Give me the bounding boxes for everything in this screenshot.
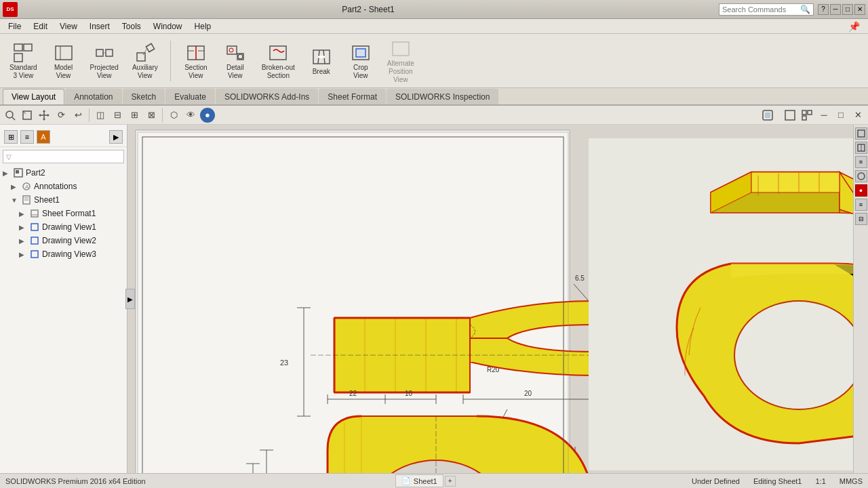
svg-rect-42 — [31, 237, 38, 244]
search-box[interactable]: 🔍 — [719, 3, 814, 16]
hide-show-icon[interactable]: 👁 — [183, 108, 198, 123]
broken-out-section-button[interactable]: Broken-outSection — [258, 39, 299, 83]
previous-view-icon[interactable]: ↩ — [71, 108, 85, 123]
menu-insert[interactable]: Insert — [84, 20, 115, 33]
rotate-icon[interactable]: ⟳ — [54, 108, 68, 123]
collapse-handle[interactable]: ▶ — [125, 289, 135, 309]
crop-view-icon — [350, 42, 372, 64]
pan-icon[interactable] — [37, 108, 52, 123]
menu-tools[interactable]: Tools — [117, 20, 146, 33]
search-input[interactable] — [722, 5, 797, 14]
right-panel-btn-7[interactable]: ⊟ — [855, 213, 867, 225]
menu-edit[interactable]: Edit — [28, 20, 53, 33]
svg-rect-16 — [356, 49, 366, 57]
right-panel-btn-3[interactable]: ≡ — [855, 156, 867, 168]
minimize-button[interactable]: ─ — [830, 4, 841, 15]
right-panel-btn-2[interactable] — [855, 142, 867, 154]
break-label: Break — [313, 68, 330, 76]
tree-arrow-view3: ▶ — [19, 251, 27, 258]
close-button[interactable]: ✕ — [854, 4, 865, 15]
status-scale: 1:1 — [815, 477, 825, 485]
window-close-icon-2[interactable] — [783, 108, 797, 123]
zoom-to-fit-icon[interactable] — [3, 108, 18, 123]
tree-icon-3[interactable]: A — [37, 130, 50, 144]
zoom-to-area-icon[interactable] — [20, 108, 35, 123]
section-view-icon-2[interactable]: ⊞ — [127, 108, 142, 123]
tree-item-drawing-view1[interactable]: ▶ Drawing View1 — [0, 220, 127, 234]
tree-item-part2[interactable]: ▶ Part2 — [0, 166, 127, 180]
toolbar-pin-icon[interactable]: 📌 — [848, 21, 860, 32]
svg-rect-31 — [802, 116, 806, 120]
tab-sketch[interactable]: Sketch — [123, 89, 165, 104]
add-sheet-button[interactable]: + — [445, 476, 456, 487]
menu-view[interactable]: View — [54, 20, 83, 33]
restore-panel-icon[interactable]: □ — [833, 108, 848, 123]
right-panel-btn-1[interactable] — [855, 127, 867, 140]
model-view-icon — [53, 42, 75, 64]
auxiliary-view-button[interactable]: AuxiliaryView — [128, 39, 162, 83]
crop-view-button[interactable]: CropView — [344, 39, 378, 83]
appearance-icon[interactable]: ● — [200, 108, 215, 123]
tree-arrow-format1: ▶ — [19, 210, 27, 218]
sheet1-tab[interactable]: 📄 Sheet1 — [395, 474, 443, 487]
svg-text:10: 10 — [405, 390, 413, 397]
tab-sheet-format[interactable]: Sheet Format — [319, 89, 386, 104]
right-panel-btn-6[interactable]: ≡ — [855, 199, 867, 211]
view-orientation-icon[interactable]: ⊟ — [110, 108, 125, 123]
auxiliary-view-label: AuxiliaryView — [132, 64, 158, 80]
sidebar-search[interactable]: ▽ — [3, 150, 124, 163]
svg-text:A: A — [25, 184, 29, 190]
section-view-button[interactable]: SectionView — [179, 39, 213, 83]
standard-3view-button[interactable]: Standard3 View — [5, 39, 41, 83]
tab-solidworks-inspection[interactable]: SOLIDWORKS Inspection — [387, 89, 498, 104]
restore-button[interactable]: □ — [842, 4, 853, 15]
break-icon — [311, 46, 332, 68]
view-selector-icon[interactable]: ⊠ — [144, 108, 159, 123]
projected-view-button[interactable]: ProjectedView — [86, 39, 123, 83]
display-mode-icon[interactable]: ◫ — [93, 108, 108, 123]
tree-item-drawing-view2[interactable]: ▶ Drawing View2 — [0, 234, 127, 247]
auxiliary-view-icon — [134, 42, 156, 64]
menu-window[interactable]: Window — [148, 20, 188, 33]
right-panel-btn-4[interactable] — [855, 170, 867, 182]
help-icon[interactable]: ? — [818, 4, 829, 15]
svg-point-148 — [858, 173, 865, 180]
section-view-icon — [185, 42, 207, 64]
menu-help[interactable]: Help — [189, 20, 217, 33]
status-editing: Editing Sheet1 — [753, 477, 802, 485]
minimize-panel-icon[interactable]: ─ — [816, 108, 831, 123]
tree-expand-icon[interactable]: ▶ — [109, 130, 123, 144]
tab-solidworks-addins[interactable]: SOLIDWORKS Add-Ins — [216, 89, 318, 104]
projected-view-label: ProjectedView — [90, 64, 119, 80]
tree-item-drawing-view3[interactable]: ▶ Drawing View3 — [0, 247, 127, 261]
svg-rect-17 — [393, 42, 409, 56]
display-style-icon[interactable]: ⬡ — [166, 108, 181, 123]
tab-annotation[interactable]: Annotation — [65, 89, 121, 104]
search-icon: 🔍 — [800, 5, 810, 14]
menu-bar: File Edit View Insert Tools Window Help … — [0, 19, 868, 34]
tree-item-sheet1[interactable]: ▼ Sheet1 — [0, 193, 127, 207]
tab-evaluate[interactable]: Evaluate — [165, 89, 215, 104]
sheet-format1-label: Sheet Format1 — [42, 209, 96, 218]
tree-icon-1[interactable]: ⊞ — [4, 130, 18, 144]
tree-item-annotations[interactable]: ▶ A Annotations — [0, 180, 127, 193]
part2-label: Part2 — [26, 168, 45, 178]
tree-item-sheet-format1[interactable]: ▶ Sheet Format1 — [0, 207, 127, 220]
drawing-view3-icon — [29, 249, 40, 260]
tree-arrow-sheet1: ▼ — [11, 197, 19, 204]
break-button[interactable]: Break — [304, 43, 338, 79]
svg-rect-30 — [808, 110, 812, 115]
tile-icon[interactable] — [800, 108, 814, 123]
right-panel-btn-5[interactable]: ● — [855, 184, 867, 197]
status-underdefined: Under Defined — [692, 477, 740, 485]
realview-icon[interactable] — [760, 108, 775, 123]
model-view-label: ModelView — [54, 64, 73, 80]
detail-view-button[interactable]: DetailView — [218, 39, 252, 83]
alternate-position-button[interactable]: AlternatePositionView — [383, 35, 418, 87]
drawing-canvas[interactable]: 60 8 8 35 75 — [127, 125, 868, 473]
tree-icon-2[interactable]: ≡ — [20, 130, 34, 144]
tab-view-layout[interactable]: View Layout — [3, 89, 64, 104]
menu-file[interactable]: File — [3, 20, 26, 33]
model-view-button[interactable]: ModelView — [47, 39, 81, 83]
close-panel-icon[interactable]: ✕ — [850, 108, 865, 123]
